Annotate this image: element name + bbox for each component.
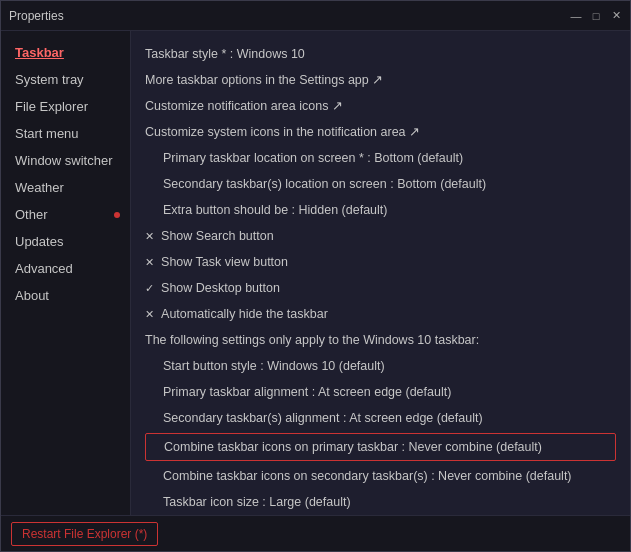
setting-text: Customize system icons in the notificati… — [145, 125, 420, 139]
sidebar-item-label: Updates — [15, 234, 63, 249]
sidebar-item-advanced[interactable]: Advanced — [1, 255, 130, 282]
setting-text: The following settings only apply to the… — [145, 333, 479, 347]
sidebar-item-label: File Explorer — [15, 99, 88, 114]
minimize-button[interactable]: — — [570, 10, 582, 22]
sidebar-item-file-explorer[interactable]: File Explorer — [1, 93, 130, 120]
titlebar: Properties — □ ✕ — [1, 1, 630, 31]
restart-file-explorer-button[interactable]: Restart File Explorer (*) — [11, 522, 158, 546]
cross-icon: ✕ — [145, 256, 157, 268]
setting-text: Automatically hide the taskbar — [161, 307, 328, 321]
footer: Restart File Explorer (*) — [1, 515, 630, 551]
setting-text: Primary taskbar location on screen * : B… — [163, 151, 463, 165]
sidebar-item-window-switcher[interactable]: Window switcher — [1, 147, 130, 174]
properties-window: Properties — □ ✕ TaskbarSystem trayFile … — [0, 0, 631, 552]
setting-row: Primary taskbar location on screen * : B… — [145, 145, 616, 171]
check-icon: ✓ — [145, 282, 157, 294]
cross-icon: ✕ — [145, 230, 157, 242]
sidebar-item-label: Window switcher — [15, 153, 113, 168]
setting-text: Taskbar icon size : Large (default) — [163, 495, 351, 509]
sidebar: TaskbarSystem trayFile ExplorerStart men… — [1, 31, 131, 515]
setting-text: Combine taskbar icons on primary taskbar… — [164, 440, 542, 454]
setting-text: Combine taskbar icons on secondary taskb… — [163, 469, 572, 483]
sidebar-item-updates[interactable]: Updates — [1, 228, 130, 255]
setting-text: Show Desktop button — [161, 281, 280, 295]
setting-text: Secondary taskbar(s) alignment : At scre… — [163, 411, 483, 425]
setting-text: Primary taskbar alignment : At screen ed… — [163, 385, 451, 399]
setting-row: Customize system icons in the notificati… — [145, 119, 616, 145]
sidebar-item-system-tray[interactable]: System tray — [1, 66, 130, 93]
setting-row: Combine taskbar icons on primary taskbar… — [145, 433, 616, 461]
setting-row: ✕ Automatically hide the taskbar — [145, 301, 616, 327]
setting-text: Show Search button — [161, 229, 274, 243]
sidebar-item-label: About — [15, 288, 49, 303]
setting-row: The following settings only apply to the… — [145, 327, 616, 353]
setting-row: Taskbar style * : Windows 10 — [145, 41, 616, 67]
sidebar-item-label: Taskbar — [15, 45, 64, 60]
setting-row: ✕ Show Search button — [145, 223, 616, 249]
sidebar-item-start-menu[interactable]: Start menu — [1, 120, 130, 147]
setting-row: Secondary taskbar(s) alignment : At scre… — [145, 405, 616, 431]
main-content: Taskbar style * : Windows 10More taskbar… — [131, 31, 630, 515]
sidebar-item-label: Weather — [15, 180, 64, 195]
setting-text: Taskbar style * : Windows 10 — [145, 47, 305, 61]
sidebar-item-label: System tray — [15, 72, 84, 87]
setting-text: Secondary taskbar(s) location on screen … — [163, 177, 486, 191]
setting-text: Customize notification area icons ↗ — [145, 99, 343, 113]
setting-text: Start button style : Windows 10 (default… — [163, 359, 385, 373]
setting-row: Customize notification area icons ↗ — [145, 93, 616, 119]
setting-row: More taskbar options in the Settings app… — [145, 67, 616, 93]
content-area: TaskbarSystem trayFile ExplorerStart men… — [1, 31, 630, 515]
sidebar-item-taskbar[interactable]: Taskbar — [1, 39, 130, 66]
setting-row: ✓ Show Desktop button — [145, 275, 616, 301]
setting-row: Primary taskbar alignment : At screen ed… — [145, 379, 616, 405]
sidebar-item-other[interactable]: Other — [1, 201, 130, 228]
setting-row: Combine taskbar icons on secondary taskb… — [145, 463, 616, 489]
setting-row: Extra button should be : Hidden (default… — [145, 197, 616, 223]
sidebar-item-about[interactable]: About — [1, 282, 130, 309]
sidebar-item-weather[interactable]: Weather — [1, 174, 130, 201]
setting-row: ✕ Show Task view button — [145, 249, 616, 275]
maximize-button[interactable]: □ — [590, 10, 602, 22]
sidebar-item-label: Other — [15, 207, 48, 222]
setting-text: Extra button should be : Hidden (default… — [163, 203, 387, 217]
setting-row: Secondary taskbar(s) location on screen … — [145, 171, 616, 197]
setting-text: More taskbar options in the Settings app… — [145, 73, 383, 87]
notification-badge — [114, 212, 120, 218]
sidebar-item-label: Start menu — [15, 126, 79, 141]
close-button[interactable]: ✕ — [610, 10, 622, 22]
titlebar-controls: — □ ✕ — [570, 10, 622, 22]
window-title: Properties — [9, 9, 570, 23]
sidebar-item-label: Advanced — [15, 261, 73, 276]
setting-row: Start button style : Windows 10 (default… — [145, 353, 616, 379]
setting-row: Taskbar icon size : Large (default) — [145, 489, 616, 515]
cross-icon: ✕ — [145, 308, 157, 320]
setting-text: Show Task view button — [161, 255, 288, 269]
